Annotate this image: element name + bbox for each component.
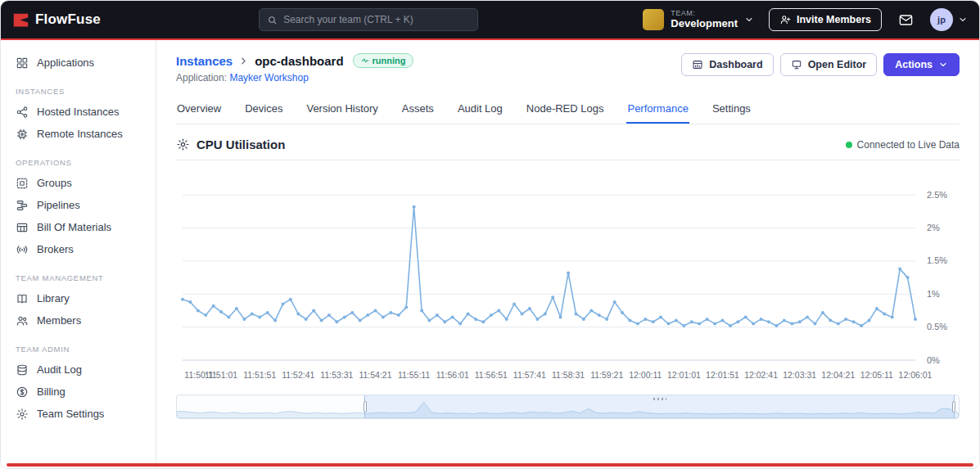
app-window: FlowFuse TEAM: Development Invite Member…	[0, 0, 980, 469]
team-texts: TEAM: Development	[671, 9, 738, 29]
avatar: jp	[930, 8, 953, 31]
instance-tabs: Overview Devices Version History Assets …	[176, 97, 960, 124]
sidebar-item-brokers[interactable]: Brokers	[1, 238, 156, 260]
breadcrumb-instances-link[interactable]: Instances	[176, 54, 233, 68]
sidebar-item-groups[interactable]: Groups	[1, 172, 156, 194]
hosted-instances-icon	[16, 106, 29, 119]
team-avatar	[643, 9, 664, 30]
live-status-dot	[846, 142, 852, 148]
sidebar-item-audit-log[interactable]: Audit Log	[1, 359, 156, 381]
sidebar-item-label: Applications	[37, 56, 94, 69]
cpu-gear-icon	[176, 138, 190, 151]
chevron-down-icon	[958, 15, 968, 25]
actions-button[interactable]: Actions	[883, 53, 960, 76]
flowfuse-logo[interactable]: FlowFuse	[12, 11, 101, 29]
groups-icon	[16, 177, 29, 190]
sidebar: Applications INSTANCES Hosted Instances …	[1, 40, 156, 468]
tab-audit-log[interactable]: Audit Log	[457, 97, 504, 124]
brush-right-handle[interactable]	[952, 401, 955, 413]
members-icon	[16, 314, 29, 327]
main-content: Instances opc-dashboard running Applicat…	[156, 40, 979, 468]
user-plus-icon	[779, 14, 791, 25]
svg-text:12:05:11: 12:05:11	[860, 370, 893, 380]
brokers-icon	[16, 243, 29, 256]
sidebar-item-label: Pipelines	[37, 199, 80, 211]
svg-text:11:59:21: 11:59:21	[590, 370, 623, 380]
team-name: Development	[671, 18, 738, 30]
sidebar-item-library[interactable]: Library	[1, 287, 156, 309]
sidebar-item-remote-instances[interactable]: Remote Instances	[1, 123, 156, 145]
svg-text:11:56:51: 11:56:51	[475, 370, 508, 380]
remote-instances-icon	[16, 128, 29, 141]
sidebar-item-label: Billing	[37, 386, 65, 398]
applications-icon	[16, 56, 29, 70]
tab-node-red-logs[interactable]: Node-RED Logs	[526, 97, 605, 124]
brush-left-handle[interactable]	[364, 401, 367, 413]
running-pulse-icon	[361, 56, 369, 65]
svg-text:12:04:21: 12:04:21	[821, 370, 855, 380]
dashboard-button-label: Dashboard	[709, 59, 762, 70]
sidebar-item-label: Library	[37, 292, 70, 304]
live-data-status: Connected to Live Data	[846, 139, 960, 151]
brush-grip-icon[interactable]	[653, 398, 666, 400]
svg-text:12:06:01: 12:06:01	[899, 370, 933, 380]
svg-text:12:01:01: 12:01:01	[667, 370, 701, 380]
sidebar-item-label: Audit Log	[37, 363, 82, 376]
dashboard-button[interactable]: Dashboard	[681, 53, 773, 76]
page-title: opc-dashboard	[255, 54, 343, 68]
sidebar-item-team-settings[interactable]: Team Settings	[1, 403, 156, 425]
tab-overview[interactable]: Overview	[176, 97, 222, 124]
search-input[interactable]	[283, 14, 470, 25]
sidebar-item-label: Bill Of Materials	[37, 221, 111, 233]
svg-text:12:01:51: 12:01:51	[706, 370, 739, 380]
sidebar-item-bill-of-materials[interactable]: Bill Of Materials	[1, 216, 156, 238]
invite-members-button[interactable]: Invite Members	[769, 8, 882, 31]
svg-text:12:02:41: 12:02:41	[744, 370, 778, 380]
team-selector[interactable]: TEAM: Development	[636, 6, 761, 34]
mail-icon	[898, 12, 914, 28]
brush-selection[interactable]	[364, 395, 955, 418]
sidebar-item-billing[interactable]: Billing	[1, 381, 156, 403]
sidebar-item-label: Members	[37, 314, 81, 327]
sidebar-item-pipelines[interactable]: Pipelines	[1, 194, 156, 216]
open-editor-button[interactable]: Open Editor	[780, 53, 878, 76]
chevron-down-icon	[938, 60, 948, 70]
sidebar-item-applications[interactable]: Applications	[1, 52, 156, 74]
tab-devices[interactable]: Devices	[244, 97, 283, 124]
application-label: Application:	[176, 72, 227, 83]
tab-performance[interactable]: Performance	[626, 97, 689, 124]
sidebar-section-team-admin: TEAM ADMIN	[1, 345, 156, 354]
svg-text:12:00:11: 12:00:11	[629, 370, 662, 380]
svg-text:11:51:01: 11:51:01	[205, 370, 237, 380]
svg-text:1%: 1%	[927, 289, 940, 299]
search-icon	[267, 15, 278, 25]
dashboard-icon	[692, 59, 703, 70]
cpu-utilisation-chart: 0%0.5%1%1.5%2%2.5%11:50:1111:51:0111:51:…	[176, 164, 960, 386]
bottom-red-accent	[7, 463, 973, 467]
sidebar-item-hosted-instances[interactable]: Hosted Instances	[1, 101, 156, 123]
bill-of-materials-icon	[16, 221, 29, 234]
svg-text:2.5%: 2.5%	[927, 190, 947, 200]
sidebar-item-members[interactable]: Members	[1, 309, 156, 331]
top-navbar: FlowFuse TEAM: Development Invite Member…	[1, 1, 979, 38]
sidebar-item-label: Hosted Instances	[37, 106, 119, 118]
chevron-down-icon	[744, 15, 754, 25]
svg-text:11:57:41: 11:57:41	[513, 370, 546, 380]
user-menu[interactable]: jp	[930, 8, 968, 31]
svg-text:11:54:21: 11:54:21	[359, 370, 391, 380]
billing-icon	[16, 386, 29, 399]
application-link[interactable]: Mayker Workshop	[229, 72, 308, 83]
breadcrumb-separator-icon	[238, 56, 249, 66]
tab-assets[interactable]: Assets	[401, 97, 435, 124]
time-range-brush[interactable]	[176, 395, 960, 419]
sidebar-item-label: Groups	[37, 177, 72, 189]
notifications-button[interactable]	[890, 7, 922, 33]
svg-text:2%: 2%	[927, 223, 940, 232]
team-search[interactable]	[259, 8, 478, 31]
open-editor-button-label: Open Editor	[808, 59, 867, 70]
tab-version-history[interactable]: Version History	[305, 97, 378, 124]
svg-text:11:56:01: 11:56:01	[436, 370, 469, 380]
sidebar-section-instances: INSTANCES	[1, 87, 156, 96]
tab-settings[interactable]: Settings	[711, 97, 752, 124]
svg-text:11:58:31: 11:58:31	[552, 370, 585, 380]
